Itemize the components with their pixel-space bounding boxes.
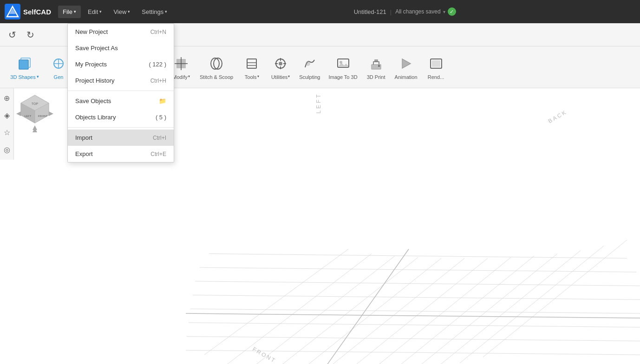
stitch-tool[interactable]: Stitch & Scoop: [196, 52, 237, 83]
sidebar-layers-icon[interactable]: ☆: [2, 126, 12, 139]
dropdown-divider-1: [68, 91, 174, 91]
front-label: FRONT: [251, 346, 277, 364]
save-status: All changes saved ▾ ✓: [395, 7, 456, 16]
animation-tool[interactable]: Animation: [391, 52, 421, 83]
3d-print-tool[interactable]: 3D Print: [362, 52, 390, 83]
image-to-3d-icon: [334, 54, 353, 73]
edit-menu[interactable]: Edit ▾: [83, 6, 106, 18]
sidebar-settings-icon[interactable]: ◎: [2, 143, 12, 156]
svg-line-42: [251, 256, 395, 364]
image-to-3d-tool[interactable]: Image To 3D: [325, 52, 361, 83]
redo-button[interactable]: ↻: [24, 27, 37, 42]
view-menu[interactable]: View ▾: [109, 6, 135, 18]
svg-marker-36: [402, 59, 411, 68]
objects-library-label: Objects Library: [75, 114, 116, 121]
import-shortcut: Ctrl+I: [153, 135, 166, 141]
new-project-shortcut: Ctrl+N: [150, 29, 166, 35]
sidebar-add-icon[interactable]: ⊕: [2, 92, 12, 104]
my-projects-label: My Projects: [75, 61, 107, 68]
file-menu-arrow: ▾: [74, 9, 76, 14]
back-label: BACK: [547, 109, 568, 124]
tools-tool[interactable]: Tools ▾: [238, 52, 266, 83]
selfcad-logo-icon: [5, 4, 20, 20]
3d-shapes-button[interactable]: 3D Shapes ▾: [6, 52, 43, 83]
3d-shapes-icon: [15, 54, 34, 73]
svg-line-41: [228, 254, 372, 364]
image-to-3d-label: Image To 3D: [328, 74, 357, 80]
gen-label: Gen: [54, 74, 64, 80]
svg-rect-21: [247, 59, 256, 68]
svg-line-45: [320, 258, 464, 364]
svg-line-61: [186, 313, 640, 318]
view-menu-arrow: ▾: [128, 9, 130, 14]
render-icon: [427, 54, 445, 73]
svg-point-25: [279, 62, 282, 65]
sculpting-icon: [300, 54, 319, 73]
modify-label: Modify: [172, 74, 187, 80]
left-sidebar: ⊕ ◈ ☆ ◎: [0, 88, 14, 160]
settings-menu[interactable]: Settings ▾: [137, 6, 172, 18]
my-projects-badge: ( 122 ): [149, 61, 166, 68]
project-name: Untitled-121: [354, 8, 386, 15]
save-project-as-label: Save Project As: [75, 45, 118, 52]
svg-line-62: [320, 249, 409, 364]
svg-marker-73: [49, 111, 53, 116]
project-history-label: Project History: [75, 77, 115, 84]
svg-text:LEFT: LEFT: [25, 115, 32, 117]
svg-line-40: [204, 249, 348, 355]
render-tool[interactable]: Rend...: [422, 52, 450, 83]
sculpting-tool[interactable]: Sculpting: [295, 52, 324, 83]
svg-line-49: [413, 254, 557, 364]
logo: SelfCAD: [5, 4, 51, 20]
svg-line-57: [190, 309, 640, 313]
import-label: Import: [75, 134, 92, 141]
render-label: Rend...: [428, 74, 444, 80]
undo-button[interactable]: ↺: [6, 27, 19, 42]
stitch-label: Stitch & Scoop: [200, 74, 233, 80]
svg-line-56: [193, 295, 640, 300]
my-projects-item[interactable]: My Projects ( 122 ): [68, 56, 174, 72]
left-label: LEFT: [315, 93, 322, 114]
app-name: SelfCAD: [23, 8, 51, 16]
svg-line-50: [437, 250, 581, 364]
export-item[interactable]: Export Ctrl+E: [68, 146, 174, 162]
file-dropdown-menu: New Project Ctrl+N Save Project As My Pr…: [67, 23, 174, 162]
modify-icon: [172, 54, 190, 73]
save-objects-label: Save Objects: [75, 98, 111, 104]
svg-line-54: [200, 267, 636, 272]
utilities-tool[interactable]: Utilities ▾: [267, 52, 294, 83]
project-history-shortcut: Ctrl+H: [150, 78, 166, 84]
svg-rect-3: [19, 60, 28, 69]
svg-marker-72: [16, 111, 21, 116]
save-objects-item[interactable]: Save Objects 📁: [68, 93, 174, 109]
animation-label: Animation: [395, 74, 418, 80]
svg-text:FRONT: FRONT: [38, 115, 48, 117]
svg-line-48: [390, 256, 534, 364]
save-dot-icon: ✓: [448, 7, 456, 16]
stitch-icon: [207, 54, 226, 73]
utilities-label: Utilities: [271, 74, 287, 80]
svg-line-47: [367, 257, 511, 364]
import-item[interactable]: Import Ctrl+I: [68, 130, 174, 146]
objects-library-item[interactable]: Objects Library ( 5 ): [68, 109, 174, 125]
file-menu[interactable]: File ▾: [58, 6, 81, 18]
svg-rect-38: [432, 60, 440, 67]
save-objects-icon: 📁: [159, 98, 166, 104]
sidebar-scene-icon[interactable]: ◈: [2, 109, 12, 122]
new-project-item[interactable]: New Project Ctrl+N: [68, 24, 174, 40]
export-shortcut: Ctrl+E: [150, 151, 166, 157]
sculpting-label: Sculpting: [299, 74, 320, 80]
save-status-text: All changes saved: [395, 8, 440, 15]
svg-point-35: [378, 65, 380, 67]
utilities-icon: [271, 54, 290, 73]
save-project-as-item[interactable]: Save Project As: [68, 40, 174, 56]
gen-icon: [49, 54, 68, 73]
3d-print-icon: [367, 54, 385, 73]
dropdown-divider-2: [68, 127, 174, 128]
tools-icon: [242, 54, 261, 73]
svg-line-59: [187, 337, 640, 341]
svg-text:TOP: TOP: [32, 102, 39, 105]
header-center: Untitled-121 | All changes saved ▾ ✓: [174, 7, 635, 16]
cube-navigator[interactable]: TOP LEFT FRONT: [14, 93, 56, 135]
project-history-item[interactable]: Project History Ctrl+H: [68, 72, 174, 89]
